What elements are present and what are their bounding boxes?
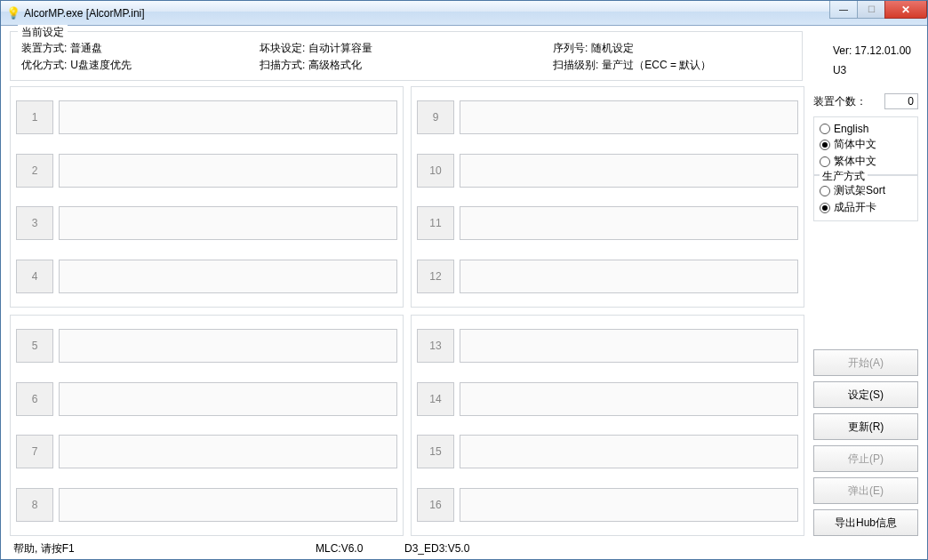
prodmode-label: 测试架Sort [834, 183, 885, 198]
slot-button-10[interactable]: 10 [417, 154, 454, 188]
close-button[interactable]: ✕ [884, 1, 927, 19]
slot-panel-2: 9 10 11 12 [411, 86, 804, 308]
export-hub-button[interactable]: 导出Hub信息 [813, 509, 918, 536]
slot-field [59, 435, 397, 468]
slot-button-1[interactable]: 1 [16, 100, 53, 134]
status-bar: 帮助, 请按F1 MLC:V6.0 D3_ED3:V5.0 [10, 540, 918, 557]
device-count-label: 装置个数： [813, 94, 867, 109]
version-label: Ver: [833, 44, 852, 57]
slot-field [460, 329, 798, 363]
eject-button[interactable]: 弹出(E) [813, 477, 918, 504]
badblock-value: 自动计算容量 [308, 41, 372, 56]
titlebar: 💡 AlcorMP.exe [AlcorMP.ini] — ☐ ✕ [1, 1, 927, 26]
client-area: 当前设定 装置方式:普通盘 坏块设定:自动计算容量 序列号:随机设定 优化方式:… [1, 26, 927, 559]
maximize-button: ☐ [857, 1, 885, 19]
scanmode-value: 高级格式化 [308, 58, 362, 73]
slot-button-8[interactable]: 8 [16, 488, 53, 522]
optimize-value: U盘速度优先 [70, 58, 132, 73]
language-label: 繁体中文 [834, 154, 876, 169]
main-area: 1 2 3 4 9 10 11 12 5 6 7 8 [10, 86, 918, 536]
radio-icon [820, 140, 830, 150]
slot-field [59, 260, 397, 293]
slot-field [460, 435, 798, 468]
optimize-label: 优化方式: [21, 58, 67, 73]
slot-field [460, 260, 798, 293]
slot-button-5[interactable]: 5 [16, 329, 53, 363]
slot-field [59, 206, 397, 240]
device-mode-label: 装置方式: [21, 41, 67, 56]
serial-label: 序列号: [553, 41, 588, 56]
slot-field [59, 100, 397, 134]
scanmode-label: 扫描方式: [260, 58, 305, 73]
status-d3: D3_ED3:V5.0 [404, 542, 469, 555]
refresh-button[interactable]: 更新(R) [813, 413, 918, 440]
version-sub: U3 [833, 61, 911, 81]
slot-field [59, 382, 397, 416]
scanlevel-label: 扫描级别: [553, 58, 598, 73]
slot-field [59, 488, 397, 522]
window-title: AlcorMP.exe [AlcorMP.ini] [24, 7, 145, 20]
serial-value: 随机设定 [591, 41, 634, 56]
slot-field [460, 382, 798, 416]
production-mode-group: 生产方式 测试架Sort 成品开卡 [813, 175, 918, 221]
slot-panel-3: 5 6 7 8 [10, 315, 404, 536]
slot-button-9[interactable]: 9 [417, 100, 454, 134]
slot-button-11[interactable]: 11 [417, 206, 454, 240]
version-block: Ver: 17.12.01.00 U3 [833, 42, 911, 80]
slot-field [59, 329, 397, 363]
slot-button-3[interactable]: 3 [16, 206, 53, 240]
right-pane: 装置个数： 0 English 简体中文 繁体中文 生产方式 测试架Sort 成… [813, 86, 918, 536]
production-mode-legend: 生产方式 [820, 169, 868, 184]
language-option-simplified[interactable]: 简体中文 [820, 137, 912, 152]
device-mode-value: 普通盘 [70, 41, 102, 56]
status-mlc: MLC:V6.0 [316, 542, 378, 555]
scanlevel-value: 量产过（ECC = 默认） [602, 58, 711, 73]
slot-panel-1: 1 2 3 4 [10, 86, 404, 308]
version-value: 17.12.01.00 [855, 44, 911, 57]
slot-field [460, 488, 798, 522]
device-count-value: 0 [884, 93, 918, 109]
language-label: 简体中文 [834, 137, 876, 152]
slot-button-15[interactable]: 15 [417, 435, 454, 468]
slot-button-2[interactable]: 2 [16, 154, 53, 188]
slot-button-12[interactable]: 12 [417, 260, 454, 293]
slot-button-4[interactable]: 4 [16, 260, 53, 293]
badblock-label: 坏块设定: [260, 41, 305, 56]
slot-panel-4: 13 14 15 16 [411, 315, 804, 536]
slot-button-13[interactable]: 13 [417, 329, 454, 363]
setup-button[interactable]: 设定(S) [813, 381, 918, 408]
language-group: English 简体中文 繁体中文 [813, 116, 918, 175]
minimize-button[interactable]: — [829, 1, 858, 19]
stop-button[interactable]: 停止(P) [813, 445, 918, 472]
slot-button-16[interactable]: 16 [417, 488, 454, 522]
slot-field [460, 100, 798, 134]
language-label: English [834, 123, 868, 135]
prodmode-label: 成品开卡 [834, 200, 876, 215]
status-help: 帮助, 请按F1 [13, 541, 289, 556]
slot-button-14[interactable]: 14 [417, 382, 454, 416]
radio-icon [820, 186, 830, 196]
settings-legend: 当前设定 [18, 25, 68, 40]
app-window: 💡 AlcorMP.exe [AlcorMP.ini] — ☐ ✕ Ver: 1… [0, 0, 928, 560]
radio-icon [820, 156, 830, 167]
slot-button-7[interactable]: 7 [16, 435, 53, 468]
slot-field [460, 154, 798, 188]
bulb-icon: 💡 [6, 6, 20, 20]
start-button[interactable]: 开始(A) [813, 349, 918, 376]
window-controls: — ☐ ✕ [830, 1, 927, 19]
current-settings-group: 当前设定 装置方式:普通盘 坏块设定:自动计算容量 序列号:随机设定 优化方式:… [10, 31, 803, 81]
prodmode-option-opencard[interactable]: 成品开卡 [820, 200, 912, 215]
slots-grid: 1 2 3 4 9 10 11 12 5 6 7 8 [10, 86, 804, 536]
prodmode-option-sort[interactable]: 测试架Sort [820, 183, 912, 198]
radio-icon [820, 124, 830, 134]
slot-button-6[interactable]: 6 [16, 382, 53, 416]
slot-field [460, 206, 798, 240]
language-option-english[interactable]: English [820, 123, 912, 135]
radio-icon [820, 203, 830, 213]
language-option-traditional[interactable]: 繁体中文 [820, 154, 912, 169]
device-count-row: 装置个数： 0 [813, 93, 918, 109]
slot-field [59, 154, 397, 188]
